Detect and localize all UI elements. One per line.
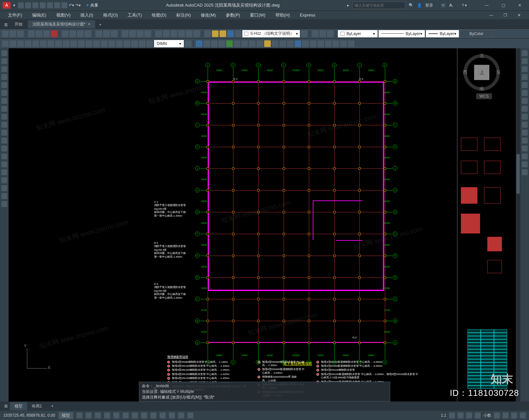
tb-matchprop-icon[interactable] <box>85 30 91 37</box>
dimstyle-dropdown[interactable]: DIMN▾ <box>154 40 184 47</box>
menu-express[interactable]: Express <box>295 11 320 20</box>
tb2-icon[interactable] <box>226 40 233 47</box>
menu-dim[interactable]: 标注(N) <box>172 11 195 20</box>
qat-plot-icon[interactable] <box>61 2 67 8</box>
tb-zoom-icon[interactable] <box>129 30 136 37</box>
tb2-icon[interactable] <box>211 40 218 47</box>
window-minimize-button[interactable]: — <box>480 0 493 11</box>
dim-inspect-icon[interactable] <box>116 40 123 47</box>
tolerance-icon[interactable] <box>101 40 107 47</box>
doc-restore-button[interactable]: ❐ <box>499 12 512 19</box>
tb2-icon[interactable] <box>249 40 256 47</box>
tb-markup-icon[interactable] <box>186 30 192 37</box>
status-infer-icon[interactable] <box>95 412 101 418</box>
tb2-icon[interactable] <box>295 40 301 47</box>
dim-space-icon[interactable] <box>86 40 92 47</box>
status-ortho-icon[interactable] <box>113 412 119 418</box>
mod-fillet-icon[interactable] <box>522 161 528 167</box>
tb-preview-icon[interactable] <box>36 30 42 37</box>
tb-open-icon[interactable] <box>10 30 16 37</box>
window-maximize-button[interactable]: ▢ <box>497 0 510 11</box>
qat-web-save-icon[interactable] <box>54 2 60 8</box>
tb2-icon[interactable] <box>219 40 225 47</box>
dim-tedit-icon[interactable] <box>139 40 145 47</box>
tab-layout1[interactable]: 布局1 <box>27 402 47 410</box>
title-search-caret[interactable]: ▸ <box>347 3 349 8</box>
mod-erase-icon[interactable] <box>522 50 528 56</box>
login-label[interactable]: 登录 <box>425 3 433 8</box>
mod-mirror-icon[interactable] <box>522 66 528 72</box>
mod-rotate-icon[interactable] <box>522 98 528 104</box>
tool-ellipse-icon[interactable] <box>1 122 7 128</box>
status-otrack-icon[interactable] <box>160 412 166 418</box>
user-icon[interactable]: 👤 <box>417 3 422 8</box>
layer-dropdown[interactable]: S-Hzz （结构文字说明） ▾ <box>242 30 300 37</box>
tb2-icon[interactable] <box>287 40 294 47</box>
tool-revcloud-icon[interactable] <box>1 106 7 112</box>
menu-edit[interactable]: 编辑(E) <box>27 11 51 20</box>
ucs-icon[interactable]: X Y <box>24 345 50 372</box>
tb-sheetset-icon[interactable] <box>51 30 58 37</box>
dim-joglin-icon[interactable] <box>124 40 130 47</box>
status-grid-icon[interactable] <box>76 412 82 418</box>
tool-hatch-icon[interactable] <box>1 161 7 167</box>
status-cycling-icon[interactable] <box>187 412 193 418</box>
status-lw-icon[interactable] <box>169 412 175 418</box>
menu-draw[interactable]: 绘图(D) <box>147 11 171 20</box>
autodesk-app-icon[interactable]: A. <box>449 3 453 8</box>
tb-orbit-icon[interactable] <box>137 30 143 37</box>
mod-trim-icon[interactable] <box>522 122 528 128</box>
dim-aligned-icon[interactable] <box>10 40 16 47</box>
tb2-icon[interactable] <box>234 40 240 47</box>
menu-format[interactable]: 格式(O) <box>99 11 123 20</box>
tb-plot-icon[interactable] <box>28 30 35 37</box>
wcs-label[interactable]: WCS <box>476 93 492 99</box>
dim-quick-icon[interactable] <box>63 40 69 47</box>
mod-extend-icon[interactable] <box>522 130 528 136</box>
status-scale[interactable]: 1:1 <box>441 413 446 418</box>
tb2-icon[interactable] <box>340 40 347 47</box>
qat-saveas-icon[interactable] <box>40 2 46 8</box>
tb-layeron-icon[interactable] <box>212 30 219 37</box>
dim-break-icon[interactable] <box>93 40 100 47</box>
status-isoview-icon[interactable] <box>503 412 509 418</box>
tb-copy-icon[interactable] <box>69 30 76 37</box>
tb-paste-icon[interactable] <box>77 30 84 37</box>
status-hw-icon[interactable] <box>494 412 500 418</box>
viewcube-east[interactable]: 东 <box>496 69 501 75</box>
tb-layermatch-icon[interactable] <box>312 30 318 37</box>
view-cube[interactable]: 上 北 南 东 西 <box>464 54 500 91</box>
tool-point-icon[interactable] <box>1 153 7 159</box>
mod-stretch-icon[interactable] <box>522 114 528 120</box>
viewcube-south[interactable]: 南 <box>479 86 484 92</box>
tb2-icon[interactable] <box>272 40 278 47</box>
mod-array-icon[interactable] <box>522 82 528 88</box>
tb-cut-icon[interactable] <box>62 30 68 37</box>
tb-undo-icon[interactable] <box>103 30 110 37</box>
help-icon[interactable]: ？▾ <box>461 3 467 8</box>
tb-publish-icon[interactable] <box>43 30 50 37</box>
tb-steering-icon[interactable] <box>144 30 151 37</box>
tb-toolpal-icon[interactable] <box>171 30 177 37</box>
plotstyle-dropdown[interactable]: ByColor <box>460 30 493 37</box>
status-monitor-icon[interactable] <box>475 412 481 418</box>
tool-arc-icon[interactable] <box>1 90 7 96</box>
status-snap-icon[interactable] <box>86 412 92 418</box>
menu-param[interactable]: 参数(P) <box>221 11 245 20</box>
status-iso-icon[interactable] <box>132 412 138 418</box>
status-ws-icon[interactable] <box>466 412 472 418</box>
dim-ord-icon[interactable] <box>25 40 31 47</box>
status-clean-icon[interactable] <box>511 412 517 418</box>
tb-sheetmgr-icon[interactable] <box>178 30 185 37</box>
menu-modify[interactable]: 修改(M) <box>196 11 221 20</box>
qat-new-icon[interactable] <box>18 2 24 8</box>
tb2-icon[interactable] <box>196 40 202 47</box>
status-3dosnap-icon[interactable] <box>150 412 156 418</box>
mod-explode-icon[interactable] <box>522 169 528 175</box>
mod-offset-icon[interactable] <box>522 74 528 80</box>
tool-mtext-icon[interactable] <box>1 193 7 199</box>
search-icon[interactable]: 🔍 <box>409 3 414 8</box>
status-units[interactable]: 小数 <box>483 413 491 418</box>
tb2-icon[interactable] <box>279 40 286 47</box>
qat-undo-icon[interactable]: ↶▾ <box>69 3 74 8</box>
